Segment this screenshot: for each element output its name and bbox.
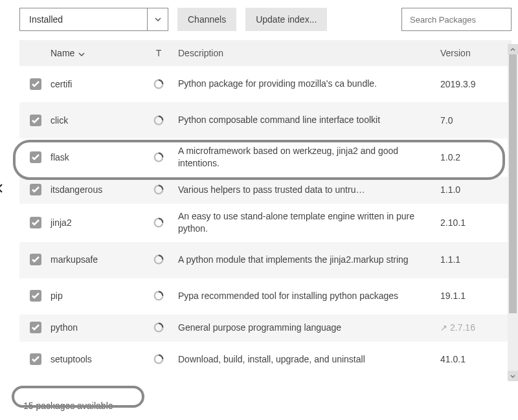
- package-name: pip: [45, 291, 146, 301]
- scroll-down-button[interactable]: [508, 371, 518, 381]
- package-name: flask: [45, 152, 146, 162]
- package-name: setuptools: [45, 354, 146, 364]
- package-description: A microframework based on werkzeug, jinj…: [172, 142, 440, 172]
- package-description: A python module that implements the jinj…: [172, 251, 440, 269]
- package-description: General purpose programming language: [172, 319, 440, 337]
- package-name: click: [45, 115, 146, 126]
- table-row[interactable]: jinja2An easy to use stand-alone templat…: [19, 204, 512, 242]
- package-version: 1.1.1: [440, 254, 460, 265]
- package-checkbox[interactable]: [30, 254, 41, 265]
- search-box[interactable]: [401, 8, 512, 31]
- table-row[interactable]: certifiPython package for providing mozi…: [19, 66, 512, 102]
- table-row[interactable]: itsdangerousVarious helpers to pass trus…: [19, 177, 512, 204]
- package-checkbox[interactable]: [30, 78, 41, 90]
- table-row[interactable]: pythonGeneral purpose programming langua…: [19, 315, 512, 342]
- package-checkbox[interactable]: [30, 353, 41, 365]
- loading-spinner-icon: [153, 322, 164, 333]
- update-index-button[interactable]: Update index...: [245, 8, 327, 31]
- column-header-name[interactable]: Name: [45, 48, 146, 58]
- filter-dropdown[interactable]: Installed: [19, 8, 168, 31]
- filter-dropdown-label: Installed: [20, 8, 147, 30]
- package-description: Python composable command line interface…: [172, 111, 440, 129]
- loading-spinner-icon: [153, 217, 164, 228]
- table-row[interactable]: flaskA microframework based on werkzeug,…: [19, 138, 512, 177]
- loading-spinner-icon: [153, 254, 164, 265]
- package-name: jinja2: [45, 217, 146, 228]
- status-footer: 15 packages available: [23, 401, 113, 411]
- package-version: 1.0.2: [440, 152, 460, 162]
- package-description: Python package for providing mozilla's c…: [172, 75, 440, 93]
- package-name: certifi: [45, 79, 146, 89]
- search-input[interactable]: [409, 14, 518, 25]
- package-description: Download, build, install, upgrade, and u…: [172, 351, 440, 368]
- column-header-version[interactable]: Version: [440, 48, 512, 58]
- chevron-left-icon[interactable]: [0, 182, 3, 196]
- table-row[interactable]: markupsafeA python module that implement…: [19, 242, 512, 278]
- loading-spinner-icon: [153, 353, 164, 365]
- chevron-down-icon: [147, 8, 168, 30]
- channels-button[interactable]: Channels: [177, 8, 236, 31]
- table-row[interactable]: setuptoolsDownload, build, install, upgr…: [19, 342, 512, 378]
- package-checkbox[interactable]: [30, 322, 41, 333]
- package-version: 2.7.16: [450, 322, 475, 333]
- package-description: Pypa recommended tool for installing pyt…: [172, 287, 440, 305]
- column-header-description[interactable]: Description: [172, 45, 440, 62]
- scroll-up-button[interactable]: [508, 44, 518, 54]
- upgrade-available-icon: ↗: [440, 323, 447, 333]
- package-name: itsdangerous: [45, 184, 146, 195]
- loading-spinner-icon: [153, 78, 164, 90]
- package-table: Name T Description Version certifiPython…: [19, 40, 512, 386]
- loading-spinner-icon: [153, 151, 164, 163]
- package-description: Various helpers to pass trusted data to …: [172, 181, 440, 199]
- package-name: markupsafe: [45, 254, 146, 265]
- package-version: 1.1.0: [440, 184, 460, 195]
- package-version: 2019.3.9: [440, 79, 476, 89]
- table-row[interactable]: pipPypa recommended tool for installing …: [19, 278, 512, 315]
- package-version: 2.10.1: [440, 217, 466, 228]
- package-checkbox[interactable]: [30, 184, 41, 195]
- column-header-t[interactable]: T: [146, 48, 172, 58]
- package-version: 19.1.1: [440, 291, 466, 301]
- package-name: python: [45, 322, 146, 333]
- table-header: Name T Description Version: [19, 40, 512, 66]
- package-description: An easy to use stand-alone template engi…: [172, 208, 440, 238]
- loading-spinner-icon: [153, 115, 164, 126]
- scrollbar-vertical[interactable]: [508, 44, 518, 381]
- package-version: 7.0: [440, 115, 453, 126]
- loading-spinner-icon: [153, 184, 164, 195]
- loading-spinner-icon: [153, 290, 164, 302]
- table-row[interactable]: clickPython composable command line inte…: [19, 102, 512, 138]
- package-checkbox[interactable]: [30, 115, 41, 126]
- package-checkbox[interactable]: [30, 290, 41, 302]
- sort-indicator-icon: [78, 48, 85, 58]
- scrollbar-thumb[interactable]: [509, 54, 517, 313]
- package-checkbox[interactable]: [30, 151, 41, 163]
- package-version: 41.0.1: [440, 354, 466, 364]
- package-checkbox[interactable]: [30, 217, 41, 228]
